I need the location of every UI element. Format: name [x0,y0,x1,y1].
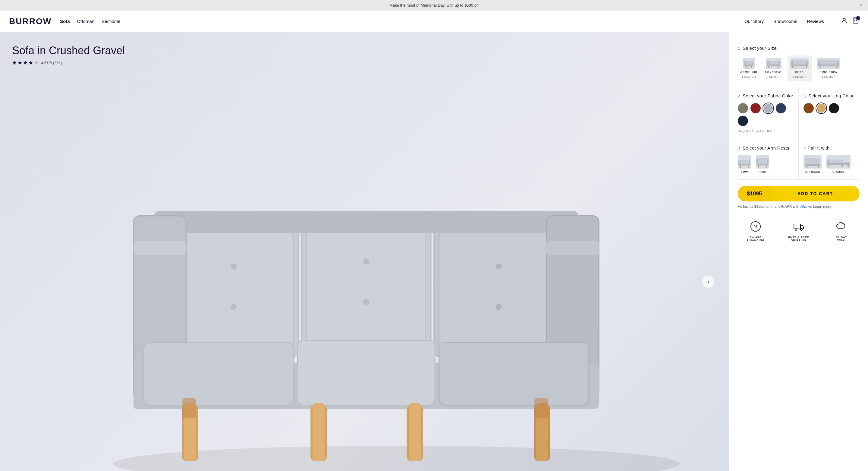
announcement-close[interactable]: × [859,3,862,8]
request-swatches-btn[interactable]: REQUEST SWATCHES [738,130,772,133]
svg-point-97 [801,229,802,230]
account-icon[interactable] [841,17,847,25]
financing-label: 0% APRFINANCING [747,236,765,242]
arm-high[interactable]: HIGH [756,155,769,173]
svg-rect-78 [767,158,769,164]
shipping-label: FAST & FREESHIPPING [788,236,809,242]
product-title: Sofa in Crushed Gravel [12,44,720,57]
arm-low[interactable]: LOW [738,155,751,173]
svg-rect-50 [767,64,780,66]
svg-rect-36 [534,398,548,418]
svg-rect-84 [806,166,807,168]
leg-swatch-natural[interactable] [816,103,827,113]
svg-rect-57 [792,66,794,68]
svg-rect-25 [298,341,435,405]
loveseat-label: LOVESEAT [765,70,782,73]
svg-rect-80 [758,165,759,168]
nav-links-right: Our Story Showrooms Reviews 1 [744,17,859,25]
svg-rect-14 [439,231,558,353]
leg-swatch-black[interactable] [829,103,839,113]
svg-rect-32 [409,403,421,461]
fabric-section-title: 2 Select your Fabric Color [738,93,794,98]
fabric-swatch-0[interactable] [738,103,748,113]
nav-ottoman[interactable]: Ottoman [77,19,95,24]
svg-point-10 [363,258,369,264]
arm-section-title: 4 Select your Arm Rests [738,145,794,150]
svg-point-6 [230,304,237,310]
fabric-swatch-1[interactable] [750,103,761,113]
chaise-pair-label: CHAISE [832,170,844,173]
leg-swatch-walnut[interactable] [804,103,814,113]
affirm-text: As low as $365/month at 0% APR with Affi… [738,204,860,209]
benefit-shipping: FAST & FREESHIPPING [781,221,817,242]
fabric-swatches [738,103,794,126]
svg-rect-24 [144,342,293,405]
svg-rect-75 [748,165,749,168]
svg-rect-62 [818,61,820,65]
nav-links-left: Sofa Ottoman Sectional [60,19,120,24]
size-options: ARMCHAIR 1 SEATER LOVESE [738,56,860,81]
learn-more-link[interactable]: Learn more [813,204,831,209]
affirm-link[interactable]: Affirm [800,204,811,209]
cart-badge: 1 [856,16,860,20]
fabric-leg-sections: 2 Select your Fabric Color REQUEST SWATC… [738,87,860,139]
logo[interactable]: BURROW [9,17,52,26]
benefit-financing: % 0% APRFINANCING [738,221,774,242]
svg-rect-58 [806,66,807,68]
cart-icon[interactable]: 1 [852,17,859,25]
nav-icons: 1 [841,17,859,25]
king-sofa-icon [817,58,840,69]
star-half: ★ [34,59,38,66]
nav-sectional[interactable]: Sectional [101,19,120,24]
image-next-arrow[interactable]: › [702,275,714,288]
svg-rect-9 [307,226,426,353]
nav-sofa[interactable]: Sofa [60,19,70,24]
arm-high-icon [756,155,769,169]
fabric-section: 2 Select your Fabric Color REQUEST SWATC… [738,87,799,139]
fabric-swatch-4[interactable] [738,116,748,126]
ottoman-pair-icon [804,155,822,169]
pair-options: OTTOMAN [804,155,860,173]
sofa-sublabel: 3 SEATER [792,76,807,79]
armchair-icon [743,58,755,69]
leg-section-title: 3 Select your Leg Color [804,93,860,98]
king-sofa-sublabel: 4 SEATER [821,76,835,79]
nav-our-story[interactable]: Our Story [744,19,764,24]
svg-rect-44 [744,64,753,66]
size-loveseat[interactable]: LOVESEAT 2 SEATER [763,56,784,81]
svg-rect-30 [313,403,324,461]
fabric-swatch-2[interactable] [763,103,773,113]
size-armchair[interactable]: ARMCHAIR 1 SEATER [738,56,760,81]
loveseat-sublabel: 2 SEATER [767,76,781,79]
svg-point-0 [843,19,845,21]
svg-rect-56 [791,64,808,66]
svg-rect-45 [746,66,747,68]
product-image-area: Sofa in Crushed Gravel ★ ★ ★ ★ ★ 4.61/5 … [0,32,730,471]
pair-chaise[interactable]: CHAISE [827,155,850,173]
svg-rect-92 [847,165,849,167]
main-content: Sofa in Crushed Gravel ★ ★ ★ ★ ★ 4.61/5 … [0,32,868,471]
svg-point-5 [230,264,237,270]
svg-point-15 [496,264,502,270]
size-king-sofa[interactable]: KING SOFA 4 SEATER [815,56,842,81]
size-sofa[interactable]: SOFA 3 SEATER [787,56,812,81]
svg-rect-82 [805,158,820,165]
cart-row: $1095 ADD TO CART [738,186,860,201]
size-section-title: 1 Select your Size [738,46,860,51]
price-button[interactable]: $1095 [738,186,771,201]
nav-reviews[interactable]: Reviews [807,19,824,24]
armchair-label: ARMCHAIR [740,70,757,73]
svg-text:%: % [754,224,758,229]
pair-ottoman[interactable]: OTTOMAN [804,155,822,173]
arm-options: LOW HIGH [738,155,794,173]
truck-icon [793,221,804,234]
add-to-cart-section: $1095 ADD TO CART As low as $365/month a… [738,180,860,212]
svg-rect-54 [791,61,793,65]
add-to-cart-button[interactable]: ADD TO CART [771,186,860,201]
star-4: ★ [28,59,33,66]
svg-rect-91 [841,165,843,167]
fabric-swatch-3[interactable] [776,103,786,113]
nav-showrooms[interactable]: Showrooms [773,19,797,24]
svg-point-16 [496,304,502,310]
svg-rect-85 [818,166,819,168]
